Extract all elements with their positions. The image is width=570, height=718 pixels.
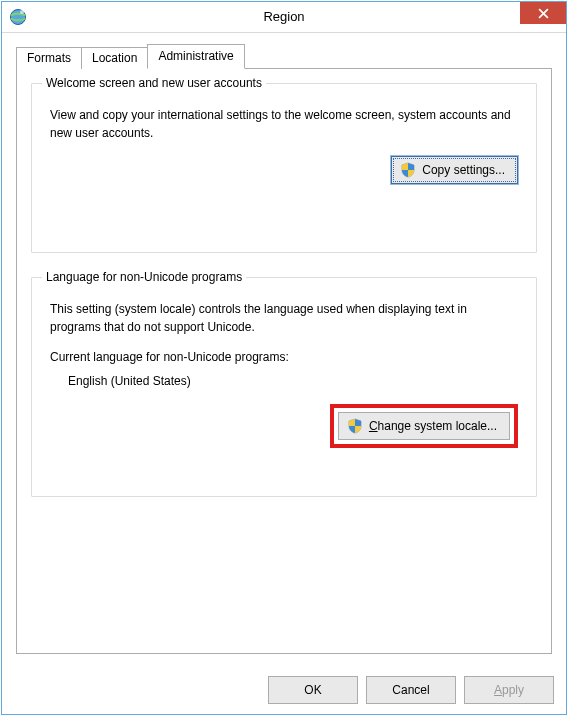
group-welcome-legend: Welcome screen and new user accounts: [42, 75, 266, 91]
dialog-buttons: OK Cancel Apply: [268, 676, 554, 704]
uac-shield-icon: [400, 162, 416, 178]
svg-point-1: [20, 10, 24, 14]
group-non-unicode-legend: Language for non-Unicode programs: [42, 269, 246, 285]
tab-location[interactable]: Location: [81, 47, 148, 69]
tab-administrative[interactable]: Administrative: [147, 44, 244, 69]
cancel-button[interactable]: Cancel: [366, 676, 456, 704]
tab-formats[interactable]: Formats: [16, 47, 82, 69]
copy-settings-button[interactable]: Copy settings...: [391, 156, 518, 184]
current-language-label: Current language for non-Unicode program…: [50, 350, 518, 364]
tabstrip: Formats Location Administrative: [16, 43, 552, 68]
window-title: Region: [2, 2, 566, 32]
group-welcome-desc: View and copy your international setting…: [50, 106, 518, 142]
close-button[interactable]: [520, 2, 566, 24]
region-dialog: Region Formats Location Administrative W…: [1, 1, 567, 715]
ok-button[interactable]: OK: [268, 676, 358, 704]
group-non-unicode: Language for non-Unicode programs This s…: [31, 277, 537, 497]
apply-button[interactable]: Apply: [464, 676, 554, 704]
client-area: Formats Location Administrative Welcome …: [2, 33, 566, 654]
tabpanel-administrative: Welcome screen and new user accounts Vie…: [16, 68, 552, 654]
region-icon: [8, 7, 28, 27]
apply-label: Apply: [494, 683, 524, 697]
group-welcome-screen: Welcome screen and new user accounts Vie…: [31, 83, 537, 253]
titlebar: Region: [2, 2, 566, 33]
current-language-value: English (United States): [68, 374, 518, 388]
uac-shield-icon: [347, 418, 363, 434]
change-locale-label: Change system locale...: [369, 419, 497, 433]
change-locale-highlight: Change system locale...: [330, 404, 518, 448]
copy-settings-label: Copy settings...: [422, 163, 505, 177]
change-system-locale-button[interactable]: Change system locale...: [338, 412, 510, 440]
group-non-unicode-desc: This setting (system locale) controls th…: [50, 300, 518, 336]
